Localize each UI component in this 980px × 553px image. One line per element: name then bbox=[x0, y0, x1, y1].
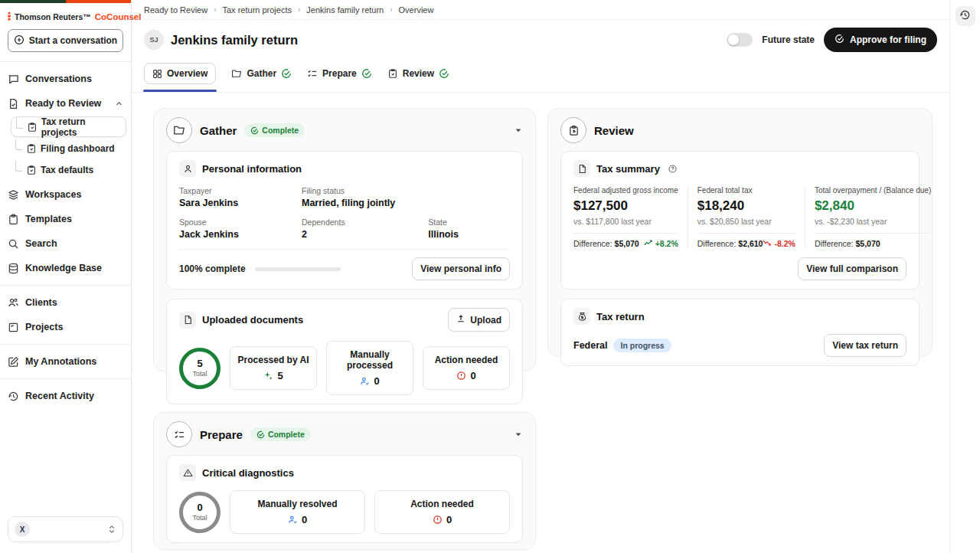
collapse-chevron-icon[interactable] bbox=[514, 126, 523, 135]
sidebar-item-label: Tax defaults bbox=[41, 165, 93, 175]
sidebar-item-conversations[interactable]: Conversations bbox=[0, 67, 131, 91]
tab-prepare[interactable]: Prepare bbox=[307, 68, 372, 79]
review-title: Review bbox=[594, 124, 634, 137]
documents-total-ring: 5 Total bbox=[179, 348, 220, 389]
start-conversation-button[interactable]: Start a conversation bbox=[8, 29, 123, 52]
diagnostics-stats-row: 0 Total Manually resolved 0 bbox=[179, 490, 510, 534]
personal-information-section: Personal information Taxpayer Sara Jenki… bbox=[166, 151, 523, 290]
stat-label: Action needed bbox=[428, 355, 505, 365]
info-icon[interactable] bbox=[668, 164, 678, 174]
field-spouse: Spouse Jack Jenkins bbox=[179, 218, 302, 240]
approve-for-filing-button[interactable]: Approve for filing bbox=[824, 28, 937, 52]
summary-col-agi: Federal adjusted gross income $127,500 v… bbox=[573, 186, 688, 248]
prepare-card: Prepare Complete Critical diagnosti bbox=[153, 412, 536, 550]
stat-action-needed: Action needed 0 bbox=[374, 490, 510, 534]
sidebar-nav: Conversations Ready to Review Tax retur bbox=[0, 62, 131, 413]
personal-progress-row: 100% complete View personal info bbox=[179, 257, 510, 280]
badge-label: Complete bbox=[268, 430, 305, 439]
breadcrumb-jenkins-family-return[interactable]: Jenkins family return bbox=[306, 5, 384, 15]
stat-value: 0 bbox=[446, 514, 452, 525]
field-value: 2 bbox=[302, 229, 428, 240]
header-actions: Future state Approve for filing bbox=[727, 28, 937, 52]
breadcrumb-ready-to-review[interactable]: Ready to Review bbox=[144, 5, 207, 15]
summary-value: $2,840 bbox=[815, 198, 931, 214]
field-label: State bbox=[428, 218, 510, 227]
sidebar-item-label: Tax return projects bbox=[41, 116, 121, 138]
trend-value: -8.2% bbox=[774, 239, 795, 248]
stat-value: 0 bbox=[302, 514, 307, 525]
upload-button[interactable]: Upload bbox=[448, 308, 510, 332]
sidebar-item-tax-return-projects[interactable]: Tax return projects bbox=[11, 116, 126, 137]
breadcrumb-overview[interactable]: Overview bbox=[399, 5, 434, 15]
sidebar-item-knowledge-base[interactable]: Knowledge Base bbox=[0, 256, 131, 280]
divider bbox=[0, 378, 131, 379]
sidebar-item-templates[interactable]: Templates bbox=[0, 207, 131, 231]
sidebar-item-recent-activity[interactable]: Recent Activity bbox=[0, 384, 131, 408]
sidebar-item-clients[interactable]: Clients bbox=[0, 290, 131, 315]
tab-review[interactable]: Review bbox=[387, 68, 449, 79]
future-state-toggle[interactable] bbox=[727, 33, 753, 47]
prepare-title: Prepare bbox=[200, 428, 243, 441]
sidebar-item-tax-defaults[interactable]: Tax defaults bbox=[11, 159, 126, 180]
chat-bubble-icon bbox=[8, 74, 19, 85]
stat-manually-processed: Manually processed 0 bbox=[326, 341, 413, 395]
stat-label: Manually processed bbox=[332, 349, 408, 371]
workspace-selector[interactable]: X bbox=[8, 516, 123, 542]
stat-value: 0 bbox=[470, 370, 475, 381]
documents-stats-row: 5 Total Processed by AI 5 bbox=[179, 341, 510, 395]
tab-gather[interactable]: Gather bbox=[231, 68, 292, 79]
stat-label: Processed by AI bbox=[235, 355, 312, 365]
tab-overview[interactable]: Overview bbox=[144, 63, 216, 84]
breadcrumb-tax-return-projects[interactable]: Tax return projects bbox=[223, 5, 292, 15]
page-title: Jenkins family return bbox=[171, 33, 298, 47]
gather-folder-icon bbox=[166, 117, 192, 143]
up-down-chevron-icon bbox=[107, 524, 116, 535]
history-panel-button[interactable] bbox=[956, 6, 975, 26]
stat-value-row: 0 bbox=[332, 375, 408, 387]
alert-circle-icon bbox=[433, 515, 443, 525]
uploaded-documents-title: Uploaded documents bbox=[202, 314, 303, 326]
review-clipboard-icon bbox=[560, 117, 586, 143]
file-check-icon bbox=[8, 98, 19, 110]
tax-return-row: Federal In progress View tax return bbox=[573, 334, 906, 357]
total-value: 5 bbox=[197, 358, 202, 369]
prepare-checklist-icon bbox=[166, 421, 192, 447]
tree-corner bbox=[16, 118, 23, 129]
field-label: Dependents bbox=[302, 218, 428, 227]
difference-value: $5,070 bbox=[615, 239, 639, 248]
view-full-comparison-button[interactable]: View full comparison bbox=[798, 257, 906, 280]
sidebar-item-search[interactable]: Search bbox=[0, 231, 131, 256]
gather-title: Gather bbox=[200, 124, 237, 137]
sidebar-item-ready-to-review[interactable]: Ready to Review bbox=[0, 91, 131, 116]
view-personal-info-button[interactable]: View personal info bbox=[412, 257, 510, 280]
difference-label: Difference: bbox=[815, 239, 854, 248]
trend-down-icon bbox=[763, 239, 772, 248]
grid-icon bbox=[152, 69, 162, 79]
total-value: 0 bbox=[197, 502, 202, 513]
sidebar-item-workspaces[interactable]: Workspaces bbox=[0, 182, 131, 207]
difference-value: $2,610 bbox=[738, 239, 763, 248]
plus-circle-icon bbox=[14, 34, 24, 47]
divider bbox=[179, 249, 510, 250]
tree-corner bbox=[15, 161, 22, 172]
field-state: State Illinois bbox=[428, 218, 510, 240]
field-taxpayer: Taxpayer Sara Jenkins bbox=[179, 186, 302, 208]
document-icon bbox=[573, 160, 590, 177]
sidebar-item-filing-dashboard[interactable]: Filing dashboard bbox=[11, 138, 126, 159]
view-tax-return-button[interactable]: View tax return bbox=[824, 334, 906, 357]
trend-up-icon bbox=[644, 239, 653, 248]
stat-manually-resolved: Manually resolved 0 bbox=[230, 490, 365, 534]
total-label: Total bbox=[192, 514, 207, 522]
sidebar-item-my-annotations[interactable]: My Annotations bbox=[0, 349, 131, 374]
tab-label: Review bbox=[403, 68, 434, 79]
diagnostics-total-ring: 0 Total bbox=[179, 492, 220, 533]
personal-fields: Taxpayer Sara Jenkins Filing status Marr… bbox=[179, 186, 510, 240]
sidebar-item-label: Projects bbox=[25, 322, 63, 332]
collapse-chevron-icon[interactable] bbox=[514, 430, 523, 439]
field-value: Illinois bbox=[428, 229, 510, 240]
field-label: Spouse bbox=[179, 218, 302, 227]
sidebar-item-projects[interactable]: Projects bbox=[0, 315, 131, 339]
chevron-up-icon[interactable] bbox=[115, 100, 123, 108]
tab-label: Overview bbox=[167, 68, 207, 79]
personal-information-header: Personal information bbox=[179, 160, 510, 177]
